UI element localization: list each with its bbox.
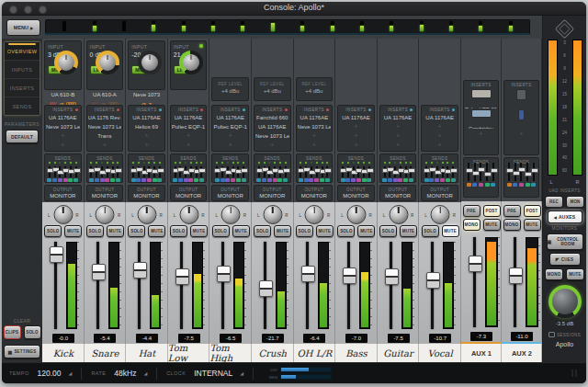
send-fader[interactable]	[405, 166, 407, 177]
send-fader[interactable]	[232, 166, 234, 177]
send-fader[interactable]	[274, 166, 276, 177]
insert-slot[interactable]: UA 1176AE	[172, 113, 206, 122]
channel-name[interactable]: Bass	[335, 344, 378, 362]
insert-slot-empty[interactable]: +	[381, 131, 415, 141]
solo-button[interactable]: SOLO	[170, 225, 187, 237]
pan-knob[interactable]	[221, 205, 241, 224]
insert-slot-empty[interactable]: +	[172, 141, 206, 150]
insert-slot-empty[interactable]: +	[46, 131, 80, 141]
ref-level-section[interactable]: REF LEVEL +4 dBu	[296, 77, 334, 101]
solo-button[interactable]: SOLO	[422, 225, 439, 237]
send-fader[interactable]	[353, 166, 355, 177]
mono-button[interactable]: MONO	[503, 219, 521, 231]
pan-knob[interactable]	[389, 205, 408, 224]
output-section[interactable]: OUTPUT MONITOR	[379, 185, 417, 201]
channel-name[interactable]: Tom Low	[168, 344, 210, 362]
insert-slot-empty[interactable]: +	[130, 141, 164, 150]
mute-button[interactable]: MUTE	[442, 225, 459, 237]
pre-button[interactable]: PRE	[503, 205, 521, 217]
fader-handle[interactable]	[301, 266, 315, 282]
send-fader[interactable]	[175, 166, 176, 177]
fader-handle[interactable]	[343, 267, 356, 284]
pan-knob[interactable]	[305, 205, 324, 224]
solo-button[interactable]: SOLO	[212, 225, 230, 237]
send-fader[interactable]	[468, 163, 469, 181]
sidebar-item-inserts[interactable]: INSERTS	[5, 79, 40, 97]
unison-slot[interactable]: UA 610-A	[86, 90, 124, 100]
output-section[interactable]: OUTPUT MONITOR	[421, 185, 458, 201]
send-fader[interactable]	[342, 166, 344, 177]
send-fader[interactable]	[268, 166, 270, 177]
send-fader[interactable]	[425, 166, 427, 177]
send-fader[interactable]	[258, 166, 260, 177]
send-fader[interactable]	[410, 166, 412, 177]
fader-handle[interactable]	[217, 266, 231, 282]
mute-button[interactable]: MUTE	[107, 225, 124, 237]
send-fader[interactable]	[64, 166, 66, 177]
send-fader[interactable]	[347, 166, 349, 177]
send-fader[interactable]	[533, 163, 535, 181]
settings-button[interactable]: ▦ SETTINGS	[4, 345, 40, 359]
clock-value[interactable]: INTERNAL	[194, 369, 232, 378]
ref-level-section[interactable]: REF LEVEL +4 dBu	[254, 77, 291, 101]
uad-rec-button[interactable]: REC	[545, 196, 563, 208]
send-fader[interactable]	[520, 163, 522, 181]
send-fader[interactable]	[384, 166, 386, 177]
insert-slot-empty[interactable]: +	[339, 122, 373, 131]
output-section[interactable]: OUTPUT MONITOR	[211, 185, 249, 201]
tempo-value[interactable]: 120.00	[38, 369, 62, 378]
insert-slot[interactable]: Neve 1073 Legacy	[88, 122, 122, 131]
send-fader[interactable]	[285, 166, 287, 177]
gain-knob[interactable]	[179, 51, 203, 74]
insert-slot[interactable]: UA 1176AE	[423, 113, 457, 122]
insert-slot[interactable]: UA 1176AE	[255, 122, 289, 131]
output-section[interactable]: OUTPUT MONITOR	[86, 185, 124, 201]
channel-name[interactable]: Crush	[252, 344, 294, 362]
fader-handle[interactable]	[509, 267, 523, 284]
aux-name[interactable]: AUX 2	[502, 342, 542, 362]
send-fader[interactable]	[143, 166, 145, 177]
insert-slot-empty[interactable]: +	[213, 131, 247, 141]
channel-name[interactable]: Vocal	[419, 344, 461, 362]
pan-knob[interactable]	[346, 205, 366, 224]
solo-button[interactable]: SOLO	[86, 225, 104, 237]
sessions-label[interactable]: SESSIONS	[557, 333, 581, 337]
insert-slot[interactable]: Fairchild 660	[255, 113, 289, 122]
unison-slot[interactable]	[170, 90, 208, 100]
insert-slot[interactable]: Cambridge	[465, 108, 497, 129]
send-fader[interactable]	[90, 166, 92, 177]
channel-name[interactable]: Snare	[85, 344, 127, 362]
send-fader[interactable]	[54, 166, 56, 177]
pre-button[interactable]: PRE	[463, 205, 481, 217]
insert-slot-empty[interactable]: +	[339, 131, 373, 141]
insert-slot-empty[interactable]: +	[213, 141, 247, 150]
insert-slot[interactable]: UA 1176AE	[298, 113, 332, 122]
send-fader[interactable]	[447, 166, 448, 177]
send-fader[interactable]	[480, 163, 481, 181]
output-section[interactable]: OUTPUT MONITOR	[337, 185, 375, 201]
pan-knob[interactable]	[179, 205, 198, 224]
gain-knob[interactable]	[138, 51, 162, 74]
insert-slot-empty[interactable]: +	[298, 141, 332, 150]
send-fader[interactable]	[316, 166, 318, 177]
channel-name[interactable]: Kick	[42, 344, 85, 362]
send-fader[interactable]	[196, 166, 198, 177]
send-fader[interactable]	[243, 166, 244, 177]
send-fader[interactable]	[190, 166, 192, 177]
send-fader[interactable]	[508, 163, 510, 181]
monitor-mute-button[interactable]: MUTE	[566, 268, 584, 280]
send-fader[interactable]	[326, 166, 328, 177]
mute-button[interactable]: MUTE	[190, 225, 208, 237]
send-fader[interactable]	[486, 163, 488, 181]
send-fader[interactable]	[363, 166, 365, 177]
insert-slot[interactable]: Pultec EQP-1A	[213, 122, 247, 131]
send-fader[interactable]	[107, 166, 108, 177]
control-room-button[interactable]: ▣ CONTROL ROOM	[547, 233, 583, 250]
insert-slot[interactable]: UA 1176AE	[130, 113, 164, 122]
send-fader[interactable]	[514, 163, 516, 181]
send-fader[interactable]	[153, 166, 155, 177]
mute-button[interactable]: MUTE	[232, 225, 250, 237]
output-section[interactable]: OUTPUT MONITOR	[128, 185, 165, 201]
channel-name[interactable]: OH L/R	[294, 344, 336, 362]
send-fader[interactable]	[474, 163, 476, 181]
